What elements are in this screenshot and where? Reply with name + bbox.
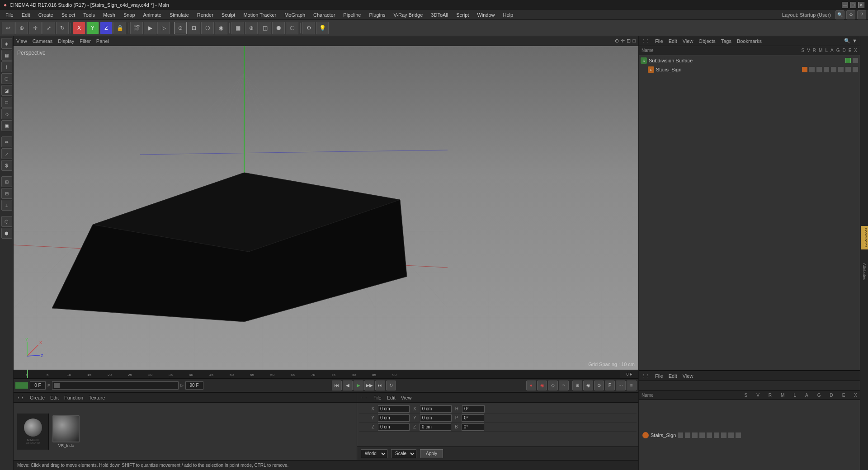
menu-animate[interactable]: Animate: [140, 11, 165, 19]
coord-system-select[interactable]: World Object: [361, 449, 387, 458]
p-input[interactable]: [462, 414, 484, 422]
menu-vray[interactable]: V-Ray Bridge: [390, 11, 427, 19]
track-btn-3[interactable]: ⊙: [594, 381, 604, 390]
go-to-end-button[interactable]: ⏭: [375, 381, 385, 390]
snap-enable[interactable]: ⬢: [272, 22, 285, 34]
mat-menu-function[interactable]: Function: [64, 395, 83, 400]
menu-tools[interactable]: Tools: [80, 11, 99, 19]
mat-menu-edit[interactable]: Edit: [50, 395, 59, 400]
track-btn-6[interactable]: ≡: [627, 381, 637, 390]
obj-menu-tags[interactable]: Tags: [721, 38, 731, 44]
axis-mode[interactable]: ⊕: [245, 22, 258, 34]
material-row-stairs[interactable]: Stairs_Sign: [641, 431, 743, 440]
paint-btn[interactable]: $: [1, 160, 12, 171]
render-region-button[interactable]: 🎬: [130, 22, 143, 34]
help-icon-button[interactable]: ?: [857, 10, 866, 19]
mat-mgr-menu-edit[interactable]: Edit: [669, 373, 677, 379]
deformer-btn[interactable]: ⬡: [1, 73, 12, 84]
menu-mesh[interactable]: Mesh: [99, 11, 119, 19]
material-thumbnail[interactable]: [52, 415, 80, 442]
z-pos-input[interactable]: [378, 423, 410, 431]
attr-menu-file[interactable]: File: [373, 395, 382, 400]
scale-button[interactable]: ⤢: [42, 22, 55, 34]
track-btn-4[interactable]: P: [605, 381, 615, 390]
apply-button[interactable]: Apply: [420, 449, 443, 458]
pen-btn[interactable]: ✏: [1, 136, 12, 147]
z-pos2-input[interactable]: [420, 423, 451, 431]
play-forward-button[interactable]: ▶▶: [364, 381, 374, 390]
mat-menu-texture[interactable]: Texture: [89, 395, 105, 400]
lock-button[interactable]: 🔒: [113, 22, 126, 34]
viewport-menu-view[interactable]: View: [16, 38, 27, 44]
close-button[interactable]: ✕: [858, 2, 864, 8]
obj-menu-file[interactable]: File: [655, 38, 663, 44]
render-button[interactable]: ▷: [157, 22, 170, 34]
menu-plugins[interactable]: Plugins: [365, 11, 389, 19]
x-axis-button[interactable]: X: [73, 22, 85, 34]
object-row-stairs-sign[interactable]: L Stairs_Sign: [639, 65, 860, 74]
texture-mode[interactable]: ▦: [231, 22, 244, 34]
mat-menu-create[interactable]: Create: [30, 395, 45, 400]
loop-button[interactable]: ↻: [386, 381, 396, 390]
far-tab-coordinates[interactable]: Coordinates: [861, 226, 868, 249]
y-pos2-input[interactable]: [420, 414, 452, 422]
menu-pipeline[interactable]: Pipeline: [340, 11, 364, 19]
far-label-attributes[interactable]: Attributes: [862, 263, 867, 280]
array-btn[interactable]: ⊞: [1, 176, 12, 187]
attr-menu-view[interactable]: View: [401, 395, 412, 400]
go-to-start-button[interactable]: ⏮: [332, 381, 342, 390]
scene-btn[interactable]: ▣: [1, 120, 12, 131]
viewport-menu-filter[interactable]: Filter: [80, 38, 90, 44]
move-button[interactable]: ✛: [29, 22, 42, 34]
python-button[interactable]: ⬡: [286, 22, 298, 34]
viewport-menu-display[interactable]: Display: [58, 38, 74, 44]
play-button[interactable]: ▶: [354, 381, 363, 390]
xref-btn[interactable]: ⬢: [1, 228, 12, 239]
menu-3dtoall[interactable]: 3DToAll: [427, 11, 452, 19]
spline-mode-btn[interactable]: ⌇: [1, 61, 12, 72]
obj-menu-bookmarks[interactable]: Bookmarks: [737, 38, 762, 44]
frame-end-input[interactable]: [185, 381, 203, 390]
mode-objects[interactable]: ◉: [215, 22, 227, 34]
minimize-button[interactable]: —: [842, 2, 848, 8]
undo-button[interactable]: ↩: [2, 22, 14, 34]
rotate-button[interactable]: ↻: [56, 22, 69, 34]
viewport-maximize[interactable]: □: [632, 38, 636, 44]
menu-file[interactable]: File: [2, 11, 17, 19]
bool-btn[interactable]: ⊟: [1, 188, 12, 199]
obj-menu-objects[interactable]: Objects: [698, 38, 715, 44]
menu-mograph[interactable]: MoGraph: [281, 11, 309, 19]
track-btn-5[interactable]: ⋯: [616, 381, 626, 390]
menu-simulate[interactable]: Simulate: [166, 11, 193, 19]
timeline-scrub[interactable]: [52, 381, 179, 390]
menu-select[interactable]: Select: [58, 11, 79, 19]
y-pos-input[interactable]: [378, 414, 410, 422]
light-button[interactable]: 💡: [316, 22, 329, 34]
maximize-button[interactable]: □: [850, 2, 856, 8]
filter-icon[interactable]: ▼: [852, 38, 857, 44]
viewport-menu-panel[interactable]: Panel: [96, 38, 109, 44]
polygon-mode-btn[interactable]: ▦: [1, 50, 12, 61]
menu-motion-tracker[interactable]: Motion Tracker: [240, 11, 280, 19]
menu-sculpt[interactable]: Sculpt: [218, 11, 239, 19]
viewport-icon-1[interactable]: ⊕: [615, 38, 619, 44]
mode-edges[interactable]: ⊡: [188, 22, 200, 34]
brush-btn[interactable]: ⟋: [1, 148, 12, 159]
obj-menu-edit[interactable]: Edit: [669, 38, 677, 44]
viewport-icon-3[interactable]: ⊡: [627, 38, 631, 44]
attr-menu-edit[interactable]: Edit: [387, 395, 396, 400]
mode-polygons[interactable]: ⬡: [201, 22, 214, 34]
settings-button[interactable]: ⚙: [846, 10, 855, 19]
play-reverse-button[interactable]: ◀: [343, 381, 353, 390]
menu-snap[interactable]: Snap: [120, 11, 139, 19]
mat-mgr-menu-file[interactable]: File: [655, 373, 663, 379]
viewport-menu-cameras[interactable]: Cameras: [33, 38, 53, 44]
track-btn-2[interactable]: ◉: [583, 381, 593, 390]
scrub-thumb[interactable]: [54, 383, 60, 388]
python-side-btn[interactable]: ⬡: [1, 216, 12, 227]
scale-select[interactable]: Scale: [391, 449, 416, 458]
search-button[interactable]: 🔍: [835, 10, 844, 19]
generator-btn[interactable]: ◪: [1, 85, 12, 96]
menu-script[interactable]: Script: [453, 11, 472, 19]
obj-menu-view[interactable]: View: [683, 38, 693, 44]
